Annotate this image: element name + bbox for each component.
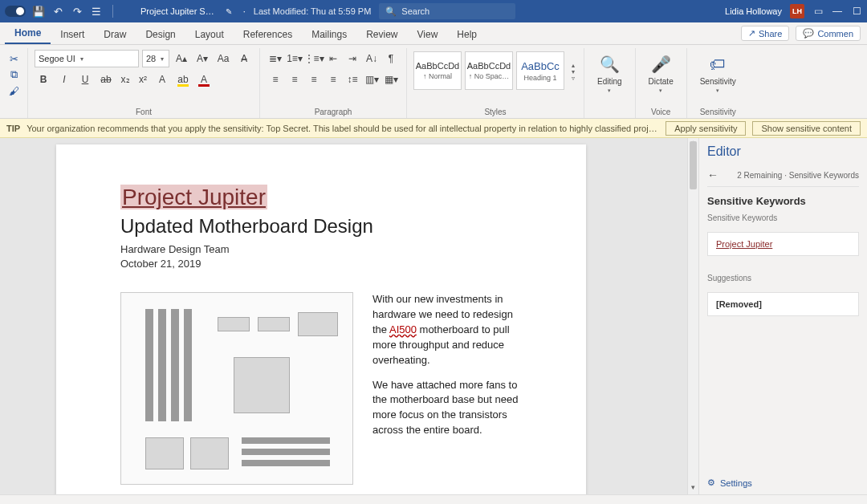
save-icon[interactable]: 💾 — [32, 5, 45, 18]
shading-icon[interactable]: ▥▾ — [363, 71, 381, 88]
minimize-icon[interactable]: — — [832, 6, 843, 17]
grow-font-icon[interactable]: A▴ — [173, 50, 190, 67]
policy-tip-lead: TIP — [6, 124, 20, 133]
status-bar — [0, 494, 867, 504]
undo-icon[interactable]: ↶ — [51, 5, 64, 18]
ribbon-tabs: Home Insert Draw Design Layout Reference… — [0, 22, 867, 45]
tab-review[interactable]: Review — [356, 24, 407, 44]
strikethrough-button[interactable]: ab — [97, 71, 115, 88]
group-sensitivity: 🏷 Sensitivity ▾ Sensitivity — [687, 48, 749, 118]
group-styles: AaBbCcDd ↑ Normal AaBbCcDd ↑ No Spac… Aa… — [407, 48, 584, 118]
editing-dropdown[interactable]: 🔍 Editing ▾ — [591, 50, 629, 94]
document-page[interactable]: Project Jupiter Updated Motherboard Desi… — [56, 144, 586, 494]
clear-format-icon[interactable]: A̶ — [235, 50, 253, 67]
flagged-keyword-ai500[interactable]: AI500 — [389, 323, 417, 335]
decrease-indent-icon[interactable]: ⇤ — [324, 50, 342, 67]
show-marks-icon[interactable]: ¶ — [382, 50, 400, 67]
align-right-icon[interactable]: ≡ — [305, 71, 323, 88]
search-box[interactable]: 🔍 Search — [379, 3, 515, 19]
editor-pane: Editor ← 2 Remaining · Sensitive Keyword… — [698, 138, 867, 494]
touch-mode-icon[interactable]: ☰ — [90, 5, 103, 18]
align-left-icon[interactable]: ≡ — [267, 71, 284, 88]
sort-icon[interactable]: A↓ — [363, 50, 381, 67]
increase-indent-icon[interactable]: ⇥ — [344, 50, 361, 67]
scroll-down-icon[interactable]: ▾ — [688, 483, 698, 494]
vertical-scrollbar[interactable]: ▴ ▾ — [687, 138, 698, 494]
search-icon: 🔍 — [385, 6, 397, 17]
doc-paragraph-1[interactable]: With our new investments in hardware we … — [372, 292, 522, 368]
tab-view[interactable]: View — [408, 24, 448, 44]
cut-icon[interactable]: ✂ — [6, 53, 21, 64]
editor-pane-title: Editor — [707, 144, 859, 162]
style-no-spacing[interactable]: AaBbCcDd ↑ No Spac… — [465, 51, 513, 90]
editor-back-icon[interactable]: ← — [707, 169, 718, 181]
style-heading1[interactable]: AaBbCc Heading 1 — [516, 51, 564, 90]
align-center-icon[interactable]: ≡ — [286, 71, 303, 88]
superscript-button[interactable]: x² — [136, 71, 150, 88]
editor-settings-link[interactable]: ⚙ Settings — [707, 469, 859, 488]
highlight-button[interactable]: ab — [174, 71, 192, 88]
tab-home[interactable]: Home — [5, 22, 51, 44]
bold-button[interactable]: B — [35, 71, 52, 88]
style-normal[interactable]: AaBbCcDd ↑ Normal — [413, 51, 462, 90]
comment-icon: 💬 — [803, 28, 814, 39]
tab-layout[interactable]: Layout — [185, 24, 234, 44]
doc-subtitle[interactable]: Updated Motherboard Design — [120, 215, 522, 238]
tab-insert[interactable]: Insert — [51, 24, 94, 44]
title-bar: 💾 ↶ ↷ ☰ Project Jupiter S… ✎ · Last Modi… — [0, 0, 867, 22]
motherboard-diagram — [120, 292, 353, 485]
rename-icon[interactable]: ✎ — [222, 5, 235, 18]
editor-section-heading: Sensitive Keywords — [707, 195, 859, 207]
user-name[interactable]: Lidia Holloway — [725, 6, 782, 16]
group-voice: 🎤 Dictate ▾ Voice — [636, 48, 687, 118]
tab-design[interactable]: Design — [136, 24, 185, 44]
tab-draw[interactable]: Draw — [94, 24, 136, 44]
sensitivity-button[interactable]: 🏷 Sensitivity ▾ — [694, 50, 743, 94]
numbering-icon[interactable]: 1≡▾ — [286, 50, 303, 67]
underline-button[interactable]: U — [76, 71, 94, 88]
redo-icon[interactable]: ↷ — [71, 5, 83, 18]
ribbon-options-icon[interactable]: ▭ — [812, 6, 824, 17]
editor-keyword-card[interactable]: Project Jupiter — [707, 232, 859, 256]
user-avatar[interactable]: LH — [790, 4, 804, 18]
font-color-button[interactable]: A — [195, 71, 213, 88]
editor-found-keyword: Project Jupiter — [716, 239, 772, 249]
justify-icon[interactable]: ≡ — [324, 71, 342, 88]
change-case-icon[interactable]: Aa — [214, 50, 232, 67]
format-painter-icon[interactable]: 🖌 — [6, 85, 21, 96]
sensitivity-icon: 🏷 — [710, 53, 726, 75]
tab-help[interactable]: Help — [447, 24, 486, 44]
line-spacing-icon[interactable]: ↕≡ — [344, 71, 361, 88]
comments-button[interactable]: 💬Commen — [796, 26, 861, 41]
shrink-font-icon[interactable]: A▾ — [193, 50, 211, 67]
font-size-combo[interactable]: 28▾ — [142, 50, 169, 67]
font-name-combo[interactable]: Segoe UI▾ — [35, 50, 139, 67]
show-sensitive-content-button[interactable]: Show sensitive content — [752, 121, 861, 136]
subscript-button[interactable]: x₂ — [118, 71, 132, 88]
apply-sensitivity-button[interactable]: Apply sensitivity — [666, 121, 746, 136]
scroll-thumb[interactable] — [690, 141, 697, 189]
share-button[interactable]: ↗Share — [741, 26, 789, 41]
multilevel-icon[interactable]: ⋮≡▾ — [305, 50, 323, 67]
tab-mailings[interactable]: Mailings — [302, 24, 356, 44]
dictate-button[interactable]: 🎤 Dictate ▾ — [642, 50, 680, 94]
group-editing: 🔍 Editing ▾ — [584, 48, 636, 118]
policy-tip-message: Your organization recommends that you ap… — [26, 124, 659, 133]
styles-gallery-more[interactable]: ▴▾▿ — [568, 62, 577, 79]
doc-title-highlighted[interactable]: Project Jupiter — [120, 185, 267, 209]
copy-icon[interactable]: ⧉ — [6, 69, 21, 80]
share-icon: ↗ — [748, 28, 755, 39]
text-effects-icon[interactable]: A — [153, 71, 171, 88]
doc-paragraph-2[interactable]: We have attached more fans to the mother… — [372, 378, 522, 438]
italic-button[interactable]: I — [55, 71, 73, 88]
doc-date[interactable]: October 21, 2019 — [120, 257, 522, 271]
document-title: Project Jupiter S… — [140, 6, 214, 16]
document-area[interactable]: Project Jupiter Updated Motherboard Desi… — [0, 138, 687, 494]
maximize-icon[interactable]: ☐ — [851, 6, 862, 17]
autosave-toggle[interactable] — [5, 6, 26, 17]
tab-references[interactable]: References — [234, 24, 302, 44]
editor-suggestion-removed[interactable]: [Removed] — [707, 292, 859, 316]
doc-author[interactable]: Hardware Design Team — [120, 242, 522, 257]
bullets-icon[interactable]: ≣▾ — [267, 50, 284, 67]
borders-icon[interactable]: ▦▾ — [382, 71, 400, 88]
